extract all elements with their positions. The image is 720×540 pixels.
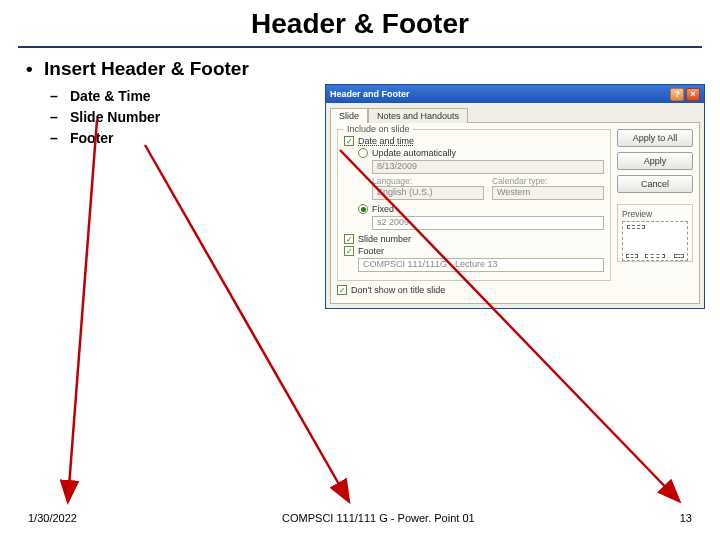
help-icon[interactable]: ? [670,88,684,101]
group-title: Include on slide [344,124,413,134]
preview-thumbnail [622,221,688,261]
label-language: Language: [372,176,484,186]
radio-fixed[interactable] [358,204,368,214]
label-slide-number: Slide number [358,234,411,244]
fixed-input[interactable]: s2 2009 [372,216,604,230]
include-on-slide-group: Include on slide ✓ Date and time Update … [337,129,611,281]
tab-slide[interactable]: Slide [330,108,368,123]
label-update-auto: Update automatically [372,148,456,158]
label-date-time: Date and time [358,136,414,146]
radio-update-auto[interactable] [358,148,368,158]
checkbox-date-time[interactable]: ✓ [344,136,354,146]
preview-label: Preview [622,209,688,219]
tab-notes-handouts[interactable]: Notes and Handouts [368,108,468,123]
checkbox-footer[interactable]: ✓ [344,246,354,256]
cancel-button[interactable]: Cancel [617,175,693,193]
bullet-insert-header-footer: Insert Header & Footer [26,58,694,80]
label-calendar-type: Calendar type: [492,176,604,186]
checkbox-slide-number[interactable]: ✓ [344,234,354,244]
footer-page-number: 13 [680,512,692,524]
slide-title: Header & Footer [0,0,720,40]
preview-panel: Preview [617,204,693,262]
label-footer: Footer [358,246,384,256]
label-fixed: Fixed [372,204,394,214]
dialog-titlebar[interactable]: Header and Footer ? × [326,85,704,103]
dialog-title: Header and Footer [330,89,410,99]
language-dropdown[interactable]: English (U.S.) [372,186,484,200]
date-dropdown[interactable]: 8/13/2009 [372,160,604,174]
footer-date: 1/30/2022 [28,512,77,524]
apply-to-all-button[interactable]: Apply to All [617,129,693,147]
svg-line-1 [68,120,97,500]
close-icon[interactable]: × [686,88,700,101]
calendar-dropdown[interactable]: Western [492,186,604,200]
header-footer-dialog: Header and Footer ? × Slide Notes and Ha… [325,84,705,309]
apply-button[interactable]: Apply [617,152,693,170]
footer-input[interactable]: COMPSCI 111/111G - Lecture 13 [358,258,604,272]
footer-center: COMPSCI 111/111 G - Power. Point 01 [282,512,475,524]
svg-line-2 [145,145,348,500]
checkbox-dont-show-title[interactable]: ✓ [337,285,347,295]
label-dont-show-title: Don't show on title slide [351,285,445,295]
slide-footer: 1/30/2022 COMPSCI 111/111 G - Power. Poi… [0,512,720,524]
